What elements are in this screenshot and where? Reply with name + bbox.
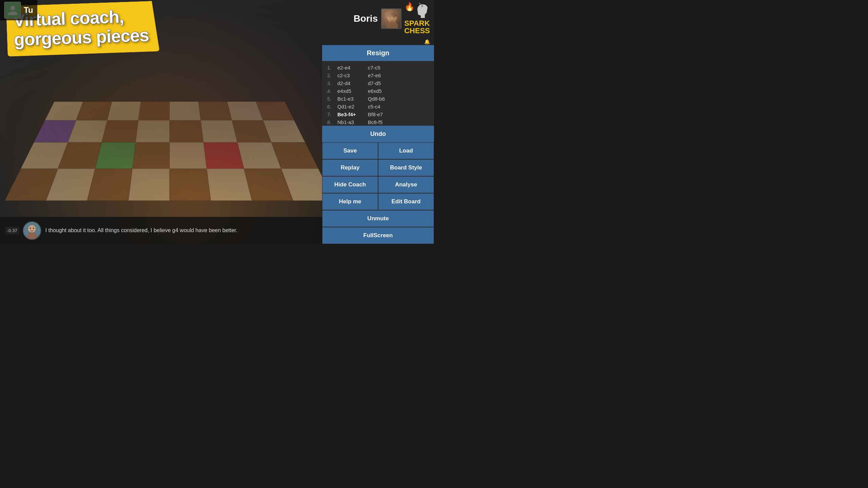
fullscreen-button[interactable]: FullScreen	[322, 227, 434, 244]
coach-avatar	[23, 221, 41, 240]
coach-avatar-image	[23, 221, 41, 240]
resign-button[interactable]: Resign	[322, 45, 434, 61]
sparkchess-logo: 🔥 SPARKCHESS	[404, 3, 430, 35]
save-button[interactable]: Save	[322, 142, 378, 159]
move-number: 8.	[327, 119, 337, 125]
svg-point-7	[389, 16, 391, 18]
move-black[interactable]: c7-c5	[368, 65, 398, 70]
move-black[interactable]: Bc8-f5	[368, 119, 398, 125]
svg-point-9	[421, 5, 423, 7]
player-left: Tu	[0, 0, 37, 20]
bell-icon: 🔔	[424, 39, 430, 44]
svg-point-6	[386, 21, 398, 29]
coach-area: -0.37 I thought about it too. All things…	[0, 217, 322, 244]
analyse-button[interactable]: Analyse	[378, 176, 434, 193]
svg-point-1	[28, 225, 36, 232]
move-black[interactable]: d7-d5	[368, 80, 398, 86]
edit-board-button[interactable]: Edit Board	[378, 193, 434, 210]
save-load-row: Save Load	[322, 142, 434, 159]
move-number: 3.	[327, 80, 337, 86]
load-button[interactable]: Load	[378, 142, 434, 159]
horse-icon	[415, 3, 430, 20]
move-row: 5.Bc1-e3Qd8-b6	[327, 95, 429, 103]
move-black[interactable]: e6xd5	[368, 88, 398, 94]
move-row: 3.d2-d4d7-d5	[327, 79, 429, 87]
help-me-button[interactable]: Help me	[322, 193, 378, 210]
move-row: 6.Qd1-e2c5-c4	[327, 103, 429, 110]
move-white[interactable]: e2-e4	[337, 65, 368, 70]
move-black[interactable]: e7-e6	[368, 73, 398, 78]
replay-boardstyle-row: Replay Board Style	[322, 159, 434, 176]
move-row: 4.e4xd5e6xd5	[327, 87, 429, 95]
move-black[interactable]: c5-c4	[368, 104, 398, 109]
move-white[interactable]: Be3-f4+	[337, 111, 368, 117]
coach-message: I thought about it too. All things consi…	[45, 227, 317, 233]
move-row: 8.Nb1-a3Bc8-f5	[327, 118, 429, 126]
move-white[interactable]: Qd1-e2	[337, 104, 368, 109]
move-white[interactable]: Bc1-e3	[337, 96, 368, 102]
opponent-avatar-image	[382, 9, 401, 29]
player-icon-left	[7, 4, 19, 16]
move-number: 7.	[327, 111, 337, 117]
bottom-buttons: Undo Save Load Replay Board Style Hide C…	[322, 126, 434, 244]
moves-list: 1.e2-e4c7-c52.c2-c3e7-e63.d2-d4d7-d54.e4…	[322, 61, 434, 126]
svg-point-4	[33, 227, 34, 229]
opponent-name: Boris	[354, 13, 378, 24]
svg-point-3	[29, 227, 31, 229]
svg-point-5	[387, 13, 397, 22]
opponent-avatar	[381, 8, 401, 29]
move-black[interactable]: Qd8-b6	[368, 96, 398, 102]
chess-board	[5, 102, 334, 201]
move-white[interactable]: d2-d4	[337, 80, 368, 86]
move-row: 7.Be3-f4+Bf8-e7	[327, 110, 429, 118]
help-editboard-row: Help me Edit Board	[322, 193, 434, 210]
hide-coach-button[interactable]: Hide Coach	[322, 176, 378, 193]
move-row: 2.c2-c3e7-e6	[327, 72, 429, 79]
move-white[interactable]: e4xd5	[337, 88, 368, 94]
move-number: 6.	[327, 104, 337, 109]
notification-bar: 🔔	[322, 37, 434, 45]
move-black[interactable]: Bf8-e7	[368, 111, 398, 117]
move-number: 2.	[327, 73, 337, 78]
hide-coach-analyse-row: Hide Coach Analyse	[322, 176, 434, 193]
logo-text: SPARKCHESS	[404, 20, 430, 35]
move-white[interactable]: Nb1-a3	[337, 119, 368, 125]
sidebar-top-player: Boris 🔥	[322, 0, 434, 37]
sidebar: Boris 🔥	[322, 0, 434, 244]
move-number: 5.	[327, 96, 337, 102]
player-name-left: Tu	[24, 5, 33, 15]
move-row: 1.e2-e4c7-c5	[327, 64, 429, 72]
unmute-button[interactable]: Unmute	[322, 210, 434, 227]
move-number: 4.	[327, 88, 337, 94]
svg-point-8	[393, 16, 395, 18]
coach-score: -0.37	[5, 227, 19, 235]
undo-button[interactable]: Undo	[322, 126, 434, 142]
svg-point-2	[27, 232, 37, 240]
replay-button[interactable]: Replay	[322, 159, 378, 176]
board-style-button[interactable]: Board Style	[378, 159, 434, 176]
player-avatar-left	[4, 2, 21, 19]
move-white[interactable]: c2-c3	[337, 73, 368, 78]
move-number: 1.	[327, 65, 337, 70]
